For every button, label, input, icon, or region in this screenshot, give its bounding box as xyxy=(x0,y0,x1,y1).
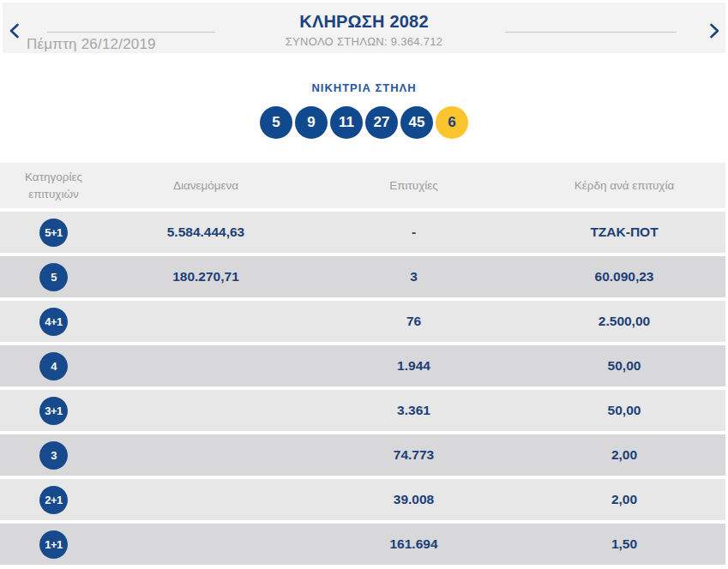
cell-prize: 1,50 xyxy=(523,536,725,552)
winning-number-ball: 11 xyxy=(330,106,363,139)
right-divider-line xyxy=(505,32,677,33)
winning-number-ball: 45 xyxy=(400,106,433,139)
category-badge: 3+1 xyxy=(39,397,68,425)
cell-winners: 74.773 xyxy=(304,447,523,463)
prize-table: Κατηγορίες επιτυχιών Διανεμόμενα Επιτυχί… xyxy=(0,163,725,565)
table-row: 5+15.584.444,63-ΤΖΑΚ-ΠΟΤ xyxy=(0,212,725,253)
category-badge: 5+1 xyxy=(39,219,68,247)
cell-prize: 2.500,00 xyxy=(523,314,725,329)
cell-winners: - xyxy=(304,225,523,240)
winning-column-title: ΝΙΚΗΤΡΙΑ ΣΤΗΛΗ xyxy=(0,81,728,94)
column-header-categories: Κατηγορίες επιτυχιών xyxy=(0,169,107,202)
cell-winners: 3.361 xyxy=(304,403,523,418)
cell-prize: 2,00 xyxy=(523,492,725,507)
column-header-prize-per-win: Κέρδη ανά επιτυχία xyxy=(523,177,725,195)
draw-title: ΚΛΗΡΩΣΗ 2082 xyxy=(3,12,725,32)
column-header-winners: Επιτυχίες xyxy=(304,177,523,195)
prize-table-header: Κατηγορίες επιτυχιών Διανεμόμενα Επιτυχί… xyxy=(0,163,725,208)
next-draw-button[interactable] xyxy=(707,21,722,40)
winning-numbers: 591127456 xyxy=(0,106,728,139)
cell-distributed: 5.584.444,63 xyxy=(107,225,304,240)
winning-number-ball: 5 xyxy=(260,106,292,139)
category-badge: 4 xyxy=(39,352,68,380)
cell-winners: 3 xyxy=(304,269,523,284)
category-badge: 1+1 xyxy=(39,530,68,559)
cell-prize: 50,00 xyxy=(523,403,725,418)
table-row: 3+13.36150,00 xyxy=(0,390,725,431)
cell-winners: 39.008 xyxy=(304,492,523,507)
cell-prize: ΤΖΑΚ-ΠΟΤ xyxy=(523,225,725,240)
draw-navigation-bar: Πέμπτη 26/12/2019 ΚΛΗΡΩΣΗ 2082 ΣΥΝΟΛΟ ΣΤ… xyxy=(3,3,725,53)
cell-winners: 1.944 xyxy=(304,358,523,374)
table-row: 5180.270,71360.090,23 xyxy=(0,256,725,297)
winning-number-ball: 27 xyxy=(365,106,398,139)
table-row: 4+1762.500,00 xyxy=(0,301,725,342)
winning-number-ball: 9 xyxy=(295,106,328,139)
chevron-right-icon xyxy=(709,23,720,39)
column-header-distributed: Διανεμόμενα xyxy=(107,177,304,195)
cell-prize: 2,00 xyxy=(523,447,725,463)
table-row: 1+1161.6941,50 xyxy=(0,524,725,565)
category-badge: 5 xyxy=(39,263,68,291)
table-row: 374.7732,00 xyxy=(0,434,725,476)
cell-prize: 60.090,23 xyxy=(523,269,725,284)
table-row: 2+139.0082,00 xyxy=(0,479,725,520)
bonus-number-ball: 6 xyxy=(436,106,468,139)
category-badge: 3 xyxy=(39,441,68,470)
category-badge: 2+1 xyxy=(39,486,68,514)
table-row: 41.94450,00 xyxy=(0,345,725,386)
cell-winners: 76 xyxy=(304,314,523,329)
cell-winners: 161.694 xyxy=(304,536,523,552)
cell-distributed: 180.270,71 xyxy=(107,269,304,284)
total-columns-label: ΣΥΝΟΛΟ ΣΤΗΛΩΝ: 9.364.712 xyxy=(3,35,725,48)
category-badge: 4+1 xyxy=(39,308,68,336)
cell-prize: 50,00 xyxy=(523,358,725,374)
